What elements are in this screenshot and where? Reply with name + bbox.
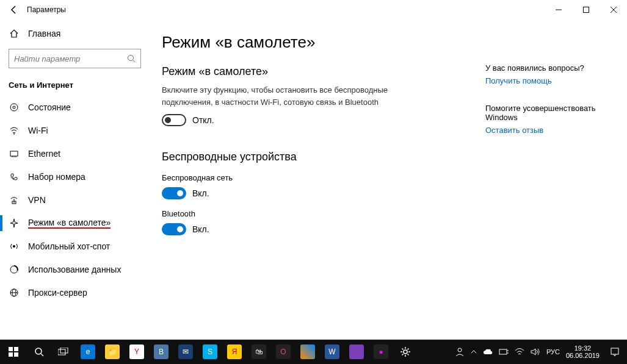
vpn-icon [9,195,20,205]
feedback-text: Помогите усовершенствовать Windows [485,104,620,122]
sidebar-item-dialup[interactable]: Набор номера [0,165,150,188]
taskbar-yandex[interactable]: Y [125,340,149,364]
sidebar-item-label: Режим «в самолете» [28,218,111,229]
main: Главная Сеть и Интернет Состояние Wi-Fi … [0,20,627,340]
airplane-toggle-state: Откл. [192,115,214,125]
minimize-button[interactable] [545,1,572,19]
search-input[interactable] [14,54,127,63]
sidebar-item-proxy[interactable]: Прокси-сервер [0,281,150,304]
svg-point-23 [35,348,42,354]
taskbar-app2[interactable] [344,340,369,364]
taskbar-yandex2[interactable]: Я [222,340,247,364]
sidebar-home[interactable]: Главная [0,23,150,44]
proxy-icon [9,288,20,298]
taskbar-tray: РУС 19:32 06.06.2019 [452,340,627,364]
taskview-button[interactable] [51,340,76,364]
tray-network-icon[interactable] [496,340,512,364]
sidebar-home-label: Главная [28,29,60,38]
section-airplane-title: Режим «в самолете» [162,65,485,78]
tray-notifications[interactable] [603,340,627,364]
sidebar-item-label: Мобильный хот-спот [28,241,110,251]
bluetooth-toggle[interactable] [162,223,186,235]
tray-language[interactable]: РУС [543,340,563,364]
taskbar-explorer[interactable]: 📁 [100,340,125,364]
taskbar-opera[interactable]: O [271,340,295,364]
feedback-link[interactable]: Оставить отзыв [485,126,620,135]
airplane-icon [9,218,20,228]
tray-chevron-up-icon[interactable] [468,340,480,364]
taskbar-word[interactable]: W [320,340,344,364]
svg-point-7 [13,106,15,109]
taskbar-app3[interactable]: ● [369,340,393,364]
datausage-icon [9,265,20,274]
wifi-toggle-state: Вкл. [192,188,209,198]
page-title: Режим «в самолете» [162,33,485,52]
content: Режим «в самолете» Режим «в самолете» Вк… [150,20,627,340]
taskbar-store[interactable]: 🛍 [247,340,271,364]
svg-rect-32 [611,348,618,354]
svg-rect-26 [60,348,68,353]
sidebar-item-hotspot[interactable]: Мобильный хот-спот [0,235,150,258]
sidebar-item-airplane[interactable]: Режим «в самолете» [0,212,150,235]
back-button[interactable] [7,3,21,16]
airplane-toggle[interactable] [162,114,186,126]
wifi-icon [9,126,20,135]
svg-point-28 [458,348,462,352]
sidebar-item-label: Wi-Fi [28,126,48,135]
tray-volume-icon[interactable] [527,340,543,364]
tray-people-icon[interactable] [452,340,468,364]
sidebar: Главная Сеть и Интернет Состояние Wi-Fi … [0,20,150,340]
sidebar-item-status[interactable]: Состояние [0,96,150,119]
start-button[interactable] [0,340,27,364]
ethernet-icon [9,149,20,159]
close-button[interactable] [600,1,627,19]
search-box[interactable] [9,49,141,68]
sidebar-item-label: Набор номера [28,172,85,182]
svg-point-6 [10,104,18,111]
sidebar-item-label: Прокси-сервер [28,288,87,298]
sidebar-item-label: Состояние [28,102,71,112]
sidebar-category: Сеть и Интернет [0,77,150,96]
svg-rect-21 [9,352,13,357]
sidebar-item-label: Использование данных [28,265,121,274]
sidebar-item-label: VPN [28,195,46,205]
svg-point-4 [128,55,134,61]
taskbar-search[interactable] [27,340,51,364]
help-question: У вас появились вопросы? [485,63,620,73]
sidebar-item-wifi[interactable]: Wi-Fi [0,119,150,142]
tray-date: 06.06.2019 [566,352,600,359]
sidebar-item-label: Ethernet [28,149,60,159]
svg-rect-19 [9,347,13,351]
taskbar-edge[interactable]: e [76,340,100,364]
airplane-toggle-row: Откл. [162,114,485,126]
tray-onedrive-icon[interactable] [480,340,496,364]
bluetooth-toggle-state: Вкл. [192,224,209,234]
wifi-toggle[interactable] [162,187,186,199]
svg-rect-20 [14,347,18,351]
sidebar-item-datausage[interactable]: Использование данных [0,258,150,281]
help-column: У вас появились вопросы? Получить помощь… [485,33,620,340]
taskbar-vk[interactable]: B [149,340,173,364]
taskbar-skype[interactable]: S [198,340,222,364]
svg-rect-1 [583,7,589,13]
maximize-button[interactable] [572,1,600,19]
sidebar-item-vpn[interactable]: VPN [0,188,150,212]
window-controls [545,1,627,19]
tray-clock[interactable]: 19:32 06.06.2019 [563,340,603,364]
svg-rect-25 [58,349,65,355]
taskbar-mail[interactable]: ✉ [173,340,198,364]
svg-rect-22 [14,352,18,357]
taskbar: e 📁 Y B ✉ S Я 🛍 O W ● РУС 19:32 06.06.20… [0,340,627,364]
taskbar-settings[interactable] [393,340,418,364]
tray-time: 19:32 [574,344,592,352]
help-link[interactable]: Получить помощь [485,76,620,85]
dialup-icon [9,172,20,182]
svg-point-8 [13,134,15,135]
taskbar-app1[interactable] [295,340,320,364]
window-title: Параметры [27,5,66,14]
tray-wifi-icon[interactable] [512,340,527,364]
search-icon [127,54,136,63]
wifi-toggle-row: Вкл. [162,187,485,199]
sidebar-item-ethernet[interactable]: Ethernet [0,142,150,165]
bluetooth-toggle-row: Вкл. [162,223,485,235]
